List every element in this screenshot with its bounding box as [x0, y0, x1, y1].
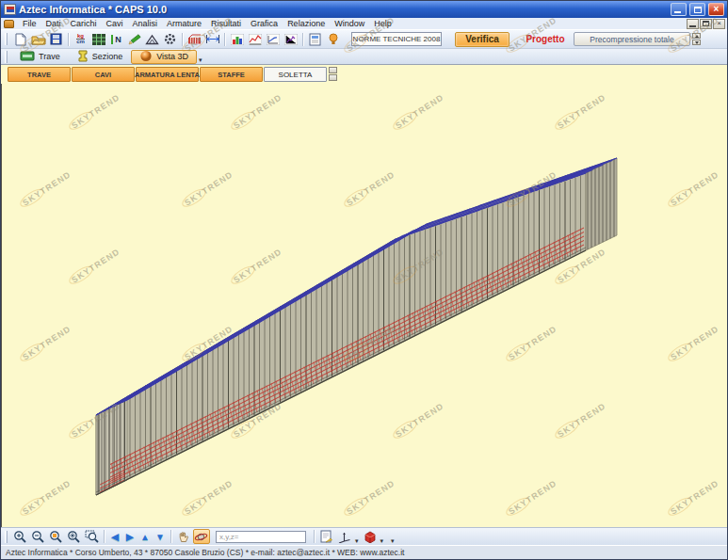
toolbar-spinner[interactable] — [692, 33, 701, 45]
gear-icon[interactable] — [162, 32, 179, 47]
menu-armature[interactable]: Armature — [162, 19, 206, 28]
menu-window[interactable]: Window — [330, 19, 369, 28]
open-folder-icon[interactable] — [30, 32, 47, 47]
pan-down-icon[interactable]: ▼ — [153, 530, 168, 544]
materials-kgcm-icon[interactable]: kgcm — [73, 32, 89, 47]
tab-cavi[interactable]: CAVI — [72, 67, 135, 82]
lamp-icon[interactable] — [325, 32, 342, 47]
tab-scroll-down-icon[interactable] — [329, 74, 337, 81]
menu-help[interactable]: Help — [369, 19, 396, 28]
minimize-icon[interactable] — [671, 3, 687, 16]
chart-blue-icon[interactable] — [265, 32, 282, 47]
report-icon[interactable] — [307, 32, 324, 47]
maximize-icon[interactable] — [689, 3, 705, 16]
view-toolbar-dropdown-icon[interactable]: ▾ — [199, 56, 202, 64]
zoom-in-icon[interactable] — [12, 529, 29, 544]
save-icon[interactable] — [48, 32, 65, 47]
maximize-glyph — [694, 7, 702, 13]
app-menu-icon[interactable] — [4, 20, 14, 28]
menu-file[interactable]: File — [18, 19, 41, 28]
tab-soletta[interactable]: SOLETTA — [264, 67, 327, 82]
menu-relazione[interactable]: Relazione — [283, 19, 330, 28]
vista3d-view-button[interactable]: Vista 3D — [131, 50, 197, 64]
progetto-button[interactable]: Progetto — [522, 32, 569, 47]
chart-purple-icon[interactable] — [283, 32, 299, 47]
dimension-icon[interactable] — [204, 32, 221, 47]
mdi-close-icon[interactable]: × — [713, 19, 725, 29]
cm-label: cm — [76, 39, 85, 44]
tab-trave[interactable]: TRAVE — [8, 67, 71, 82]
orbit-3d-icon[interactable] — [193, 529, 210, 544]
verifica-button[interactable]: Verifica — [455, 32, 510, 47]
solid-cube-icon[interactable] — [361, 529, 378, 544]
isection-yellow-icon — [77, 50, 89, 64]
chart-multicolor-icon[interactable] — [229, 32, 246, 47]
export-view-icon[interactable] — [318, 529, 335, 544]
window-title: Aztec Informatica * CAPS 10.0 — [19, 4, 668, 15]
viewport-3d[interactable] — [1, 84, 727, 527]
sezione-view-label: Sezione — [92, 52, 123, 61]
bottom-toolbar: ◀ ▶ ▲ ▼ ▾ ▾ ▾ — [1, 527, 727, 545]
tab-scroll-buttons[interactable] — [329, 67, 337, 81]
sphere-3d-icon — [139, 50, 153, 64]
tendon-anchors-icon[interactable] — [186, 32, 203, 47]
spinner-up-icon[interactable] — [692, 33, 701, 39]
menu-dati[interactable]: Dati — [41, 19, 66, 28]
menu-carichi[interactable]: Carichi — [66, 19, 102, 28]
cube-dropdown-icon[interactable]: ▾ — [380, 536, 384, 545]
status-bar: Aztec Informatica * Corso Umberto, 43 * … — [1, 545, 727, 559]
toolbar-overflow-icon[interactable]: ▾ — [391, 536, 395, 545]
tab-strip: TRAVE CAVI ARMATURA LENTA STAFFE SOLETTA — [1, 64, 727, 84]
menu-bar: File Dati Carichi Cavi Analisi Armature … — [1, 18, 727, 29]
menu-cavi[interactable]: Cavi — [102, 19, 128, 28]
sezione-view-button[interactable]: Sezione — [69, 50, 132, 64]
chart-red-icon[interactable] — [247, 32, 264, 47]
status-text: Aztec Informatica * Corso Umberto, 43 * … — [6, 548, 404, 557]
toolbar-separator — [314, 530, 315, 543]
new-file-icon[interactable] — [12, 32, 29, 47]
menu-grafica[interactable]: Grafica — [246, 19, 283, 28]
app-icon[interactable] — [4, 4, 16, 15]
toolbar-separator — [302, 33, 303, 46]
mdi-minimize-glyph — [689, 25, 696, 27]
menu-analisi[interactable]: Analisi — [128, 19, 163, 28]
mdi-minimize-icon[interactable] — [687, 19, 699, 29]
section-grid-icon[interactable] — [90, 32, 107, 47]
tab-armatura-lenta[interactable]: ARMATURA LENTA — [136, 67, 199, 82]
spinner-down-icon[interactable] — [692, 40, 701, 45]
n-label: N — [111, 35, 121, 44]
norme-tecniche-button[interactable]: NORME TECNICHE 2008 — [351, 32, 442, 46]
menu-risultati[interactable]: Risultati — [206, 19, 246, 28]
toolbar-separator — [182, 33, 183, 46]
mdi-restore-icon[interactable] — [700, 19, 712, 29]
zoom-window-icon[interactable] — [84, 529, 101, 544]
mdi-window-controls: × — [687, 19, 725, 29]
edit-pencil-icon[interactable] — [126, 32, 143, 47]
pan-up-icon[interactable]: ▲ — [138, 530, 153, 544]
tab-scroll-up-icon[interactable] — [329, 67, 337, 73]
close-icon[interactable]: × — [708, 3, 724, 16]
axial-force-icon[interactable]: N — [108, 32, 125, 47]
precompressione-button[interactable]: Precompressione totale — [574, 32, 690, 46]
zoom-previous-icon[interactable] — [48, 529, 65, 544]
tab-staffe[interactable]: STAFFE — [200, 67, 263, 82]
toolbar-grip[interactable] — [5, 33, 8, 45]
pan-left-icon[interactable]: ◀ — [107, 530, 122, 544]
pan-hand-icon[interactable] — [175, 529, 192, 544]
trave-view-label: Trave — [39, 52, 60, 61]
truss-icon[interactable] — [144, 32, 161, 47]
main-toolbar: kgcm N NORME TECNICHE 2008 — [1, 29, 727, 48]
vista3d-view-label: Vista 3D — [156, 52, 188, 61]
toolbar-grip[interactable] — [5, 51, 8, 63]
toolbar-separator — [224, 33, 225, 46]
zoom-out-icon[interactable] — [30, 529, 47, 544]
application-window: Aztec Informatica * CAPS 10.0 × File Dat… — [0, 0, 728, 560]
trave-view-button[interactable]: Trave — [11, 50, 69, 64]
pan-right-icon[interactable]: ▶ — [122, 530, 138, 544]
axes-dropdown-icon[interactable]: ▾ — [355, 536, 359, 545]
coords-input[interactable] — [216, 531, 306, 543]
toolbar-grip[interactable] — [5, 531, 8, 543]
zoom-extents-icon[interactable] — [66, 529, 83, 544]
axes-icon[interactable] — [336, 529, 353, 544]
title-bar[interactable]: Aztec Informatica * CAPS 10.0 × — [1, 1, 727, 18]
